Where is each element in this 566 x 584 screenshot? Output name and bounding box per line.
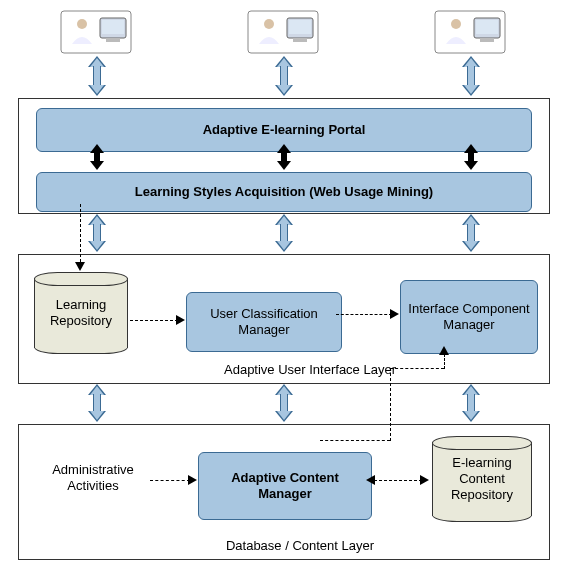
admin-activities-label: Administrative Activities	[38, 462, 148, 493]
bidirectional-arrow-icon	[275, 56, 293, 96]
bidirectional-arrow-icon	[88, 214, 106, 252]
svg-point-14	[451, 19, 461, 29]
dashed-connector	[374, 480, 422, 481]
user-icon	[247, 10, 319, 54]
bidirectional-arrow-icon	[462, 214, 480, 252]
user-icon	[60, 10, 132, 54]
bidirectional-arrow-icon	[88, 56, 106, 96]
svg-rect-2	[102, 20, 124, 34]
dashed-connector	[336, 314, 392, 315]
dashed-connector	[150, 480, 190, 481]
dashed-connector	[390, 368, 444, 369]
layer-caption: Database / Content Layer	[190, 538, 410, 554]
arrowhead-icon	[439, 346, 449, 355]
bidirectional-arrow-icon	[464, 144, 478, 170]
bidirectional-arrow-icon	[275, 214, 293, 252]
svg-point-9	[264, 19, 274, 29]
user-classification-component: User Classification Manager	[186, 292, 342, 352]
dashed-connector	[390, 368, 391, 441]
dashed-connector	[80, 204, 81, 262]
svg-rect-7	[289, 20, 311, 34]
arrowhead-icon	[176, 315, 185, 325]
bidirectional-arrow-icon	[277, 144, 291, 170]
interface-manager-component: Interface Component Manager	[400, 280, 538, 354]
bidirectional-arrow-icon	[88, 384, 106, 422]
learning-repository-datastore: Learning Repository	[34, 272, 128, 354]
svg-rect-3	[106, 38, 120, 42]
arrowhead-icon	[188, 475, 197, 485]
svg-rect-12	[476, 20, 498, 34]
arrowhead-icon	[420, 475, 429, 485]
bidirectional-arrow-icon	[462, 384, 480, 422]
dashed-connector	[444, 354, 445, 369]
svg-rect-13	[480, 38, 494, 42]
acquisition-component: Learning Styles Acquisition (Web Usage M…	[36, 172, 532, 212]
dashed-connector	[130, 320, 178, 321]
architecture-diagram: Adaptive E-learning Portal Learning Styl…	[0, 0, 566, 584]
content-manager-component: Adaptive Content Manager	[198, 452, 372, 520]
layer-caption: Adaptive User Interface Layer	[200, 362, 420, 378]
arrowhead-icon	[366, 475, 375, 485]
bidirectional-arrow-icon	[275, 384, 293, 422]
arrowhead-icon	[390, 309, 399, 319]
bidirectional-arrow-icon	[462, 56, 480, 96]
bidirectional-arrow-icon	[90, 144, 104, 170]
svg-point-4	[77, 19, 87, 29]
content-repository-datastore: E-learning Content Repository	[432, 436, 532, 522]
svg-rect-8	[293, 38, 307, 42]
dashed-connector	[320, 440, 390, 441]
user-icon	[434, 10, 506, 54]
arrowhead-icon	[75, 262, 85, 271]
